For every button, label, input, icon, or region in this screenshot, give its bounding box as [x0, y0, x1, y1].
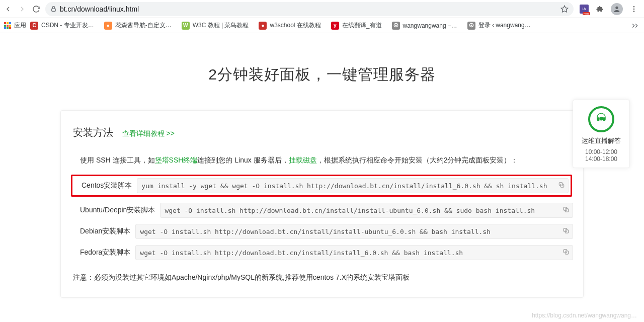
- script-code[interactable]: wget -O install.sh http://download.bt.cn…: [135, 245, 573, 260]
- script-code[interactable]: yum install -y wget && wget -O install.s…: [137, 178, 569, 193]
- favicon: y: [331, 22, 339, 30]
- lock-icon: [50, 6, 57, 12]
- intro-text: 使用 SSH 连接工具，如堡塔SSH终端连接到您的 Linux 服务器后，挂载磁…: [80, 154, 573, 166]
- intro-pre: 使用 SSH 连接工具，如: [80, 156, 155, 164]
- bookmark-item[interactable]: ⦿登录 ‹ wangwang…: [467, 21, 531, 30]
- svg-marker-1: [561, 6, 568, 12]
- copy-icon[interactable]: [562, 249, 570, 257]
- browser-toolbar: bt.cn/download/linux.html IAnew: [0, 0, 644, 18]
- back-button[interactable]: [3, 4, 13, 14]
- intro-post: ，根据系统执行相应命令开始安装（大约2分钟完成面板安装）：: [317, 156, 518, 164]
- install-panel: 安装方法 查看详细教程 >> 使用 SSH 连接工具，如堡塔SSH终端连接到您的…: [60, 110, 584, 298]
- favicon: W: [182, 22, 190, 30]
- bookmark-item[interactable]: ●w3school 在线教程: [259, 21, 320, 30]
- favicon: ⦿: [392, 22, 400, 30]
- bookmark-item[interactable]: CCSDN - 专业开发…: [30, 21, 94, 30]
- apps-icon: [4, 22, 11, 29]
- bookmark-item[interactable]: ●花森酱导航-自定义…: [104, 21, 172, 30]
- support-title: 运维直播解答: [576, 136, 626, 145]
- forward-button[interactable]: [17, 4, 27, 14]
- bookmark-label: 登录 ‹ wangwang…: [478, 21, 531, 30]
- bookmark-item[interactable]: WW3C 教程 | 菜鸟教程: [182, 21, 249, 30]
- support-time-2: 14:00-18:00: [576, 155, 626, 163]
- reload-button[interactable]: [31, 4, 41, 14]
- apps-shortcut[interactable]: 应用: [4, 21, 26, 30]
- svg-point-14: [599, 117, 603, 121]
- support-agent-icon: [588, 106, 614, 132]
- support-float-card[interactable]: 运维直播解答 10:00-12:00 14:00-18:00: [573, 100, 630, 168]
- favicon: ●: [259, 22, 267, 30]
- favicon: ⦿: [467, 22, 475, 30]
- script-label: Fedora安装脚本: [80, 248, 130, 257]
- watermark: https://blog.csdn.net/wangwangwang…: [532, 312, 637, 319]
- script-code[interactable]: wget -O install.sh http://download.bt.cn…: [135, 224, 573, 239]
- extension-badge[interactable]: IAnew: [580, 5, 589, 14]
- browser-menu-button[interactable]: [629, 4, 639, 14]
- svg-rect-0: [52, 9, 56, 11]
- svg-point-4: [633, 8, 635, 10]
- svg-point-5: [633, 11, 635, 12]
- svg-point-3: [633, 6, 635, 8]
- copy-icon[interactable]: [562, 227, 570, 236]
- copy-icon[interactable]: [558, 182, 565, 190]
- section-title: 安装方法: [73, 126, 113, 139]
- bookmark-label: 在线翻译_有道: [342, 21, 382, 30]
- detail-tutorial-link[interactable]: 查看详细教程 >>: [122, 129, 175, 137]
- profile-avatar[interactable]: [611, 3, 623, 15]
- intro-mid: 连接到您的 Linux 服务器后，: [197, 156, 288, 164]
- install-script-row: Debian安装脚本 wget -O install.sh http://dow…: [80, 224, 573, 239]
- extensions-button[interactable]: [595, 4, 605, 14]
- page-content: 2分钟装好面板，一键管理服务器 安装方法 查看详细教程 >> 使用 SSH 连接…: [0, 33, 644, 322]
- script-label: Ubuntu/Deepin安装脚本: [80, 206, 155, 215]
- bookmark-label: W3C 教程 | 菜鸟教程: [193, 21, 249, 30]
- address-bar[interactable]: bt.cn/download/linux.html: [45, 2, 574, 16]
- script-label: Centos安装脚本: [82, 181, 132, 190]
- mount-disk-link[interactable]: 挂载磁盘: [289, 156, 317, 164]
- copy-icon[interactable]: [562, 206, 570, 215]
- url-text: bt.cn/download/linux.html: [60, 5, 557, 13]
- bookmark-label: w3school 在线教程: [270, 21, 320, 30]
- install-note: 注意：必须为没装过其它环境如Apache/Nginx/php/MySQL的新系统…: [73, 273, 573, 282]
- install-script-row: Ubuntu/Deepin安装脚本 wget -O install.sh htt…: [80, 203, 573, 218]
- hero-heading: 2分钟装好面板，一键管理服务器: [0, 64, 644, 85]
- svg-point-2: [615, 6, 618, 9]
- bookmark-label: wangwangwang –…: [403, 22, 457, 29]
- bookmarks-bar: 应用 CCSDN - 专业开发…●花森酱导航-自定义…WW3C 教程 | 菜鸟教…: [0, 18, 644, 33]
- star-icon[interactable]: [560, 5, 569, 13]
- bookmark-item[interactable]: y在线翻译_有道: [331, 21, 382, 30]
- bookmark-label: CSDN - 专业开发…: [41, 21, 94, 30]
- bookmark-item[interactable]: ⦿wangwangwang –…: [392, 21, 457, 30]
- favicon: C: [30, 22, 38, 30]
- bookmarks-overflow[interactable]: [630, 21, 640, 31]
- install-script-row: Centos安装脚本 yum install -y wget && wget -…: [71, 175, 572, 197]
- install-script-row: Fedora安装脚本 wget -O install.sh http://dow…: [80, 245, 573, 260]
- apps-label: 应用: [14, 21, 26, 30]
- support-time-1: 10:00-12:00: [576, 148, 626, 155]
- script-label: Debian安装脚本: [80, 227, 130, 236]
- bookmark-label: 花森酱导航-自定义…: [115, 21, 172, 30]
- script-code[interactable]: wget -O install.sh http://download.bt.cn…: [160, 203, 573, 218]
- favicon: ●: [104, 22, 112, 30]
- ssh-terminal-link[interactable]: 堡塔SSH终端: [155, 156, 198, 164]
